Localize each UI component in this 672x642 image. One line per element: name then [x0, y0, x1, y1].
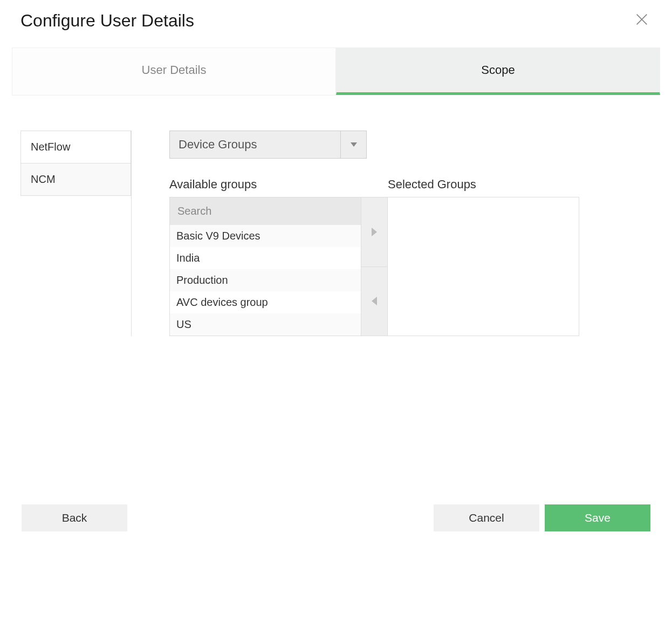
sidebar: NetFlow NCM — [20, 131, 132, 336]
move-left-button[interactable] — [361, 267, 387, 337]
footer: Back Cancel Save — [0, 504, 672, 531]
chevron-down-icon — [351, 142, 357, 147]
list-item[interactable]: US — [170, 313, 361, 336]
tab-user-details[interactable]: User Details — [12, 47, 336, 95]
move-right-button[interactable] — [361, 197, 387, 267]
dropdown-selected-label: Device Groups — [170, 131, 340, 158]
page-title: Configure User Details — [20, 11, 194, 31]
close-icon — [634, 12, 649, 27]
selected-groups-list — [387, 197, 579, 336]
dialog-header: Configure User Details — [0, 0, 672, 47]
chevron-left-icon — [372, 297, 377, 305]
footer-right: Cancel Save — [434, 504, 650, 531]
dual-list-labels: Available groups Selected Groups — [169, 177, 652, 192]
content-area: NetFlow NCM Device Groups Available grou… — [0, 95, 672, 336]
group-type-dropdown[interactable]: Device Groups — [169, 131, 367, 159]
search-box — [170, 197, 361, 225]
selected-groups-label: Selected Groups — [388, 177, 476, 192]
chevron-right-icon — [372, 228, 377, 236]
sidebar-item-label: NCM — [31, 173, 56, 185]
cancel-button[interactable]: Cancel — [434, 504, 539, 531]
list-item[interactable]: Production — [170, 269, 361, 291]
footer-left: Back — [22, 504, 127, 531]
available-groups-label: Available groups — [169, 177, 388, 192]
tab-label: User Details — [142, 63, 207, 77]
list-item[interactable]: AVC devices group — [170, 291, 361, 313]
list-item[interactable]: India — [170, 247, 361, 269]
search-input[interactable] — [170, 197, 361, 225]
available-items: Basic V9 Devices India Production AVC de… — [170, 225, 361, 336]
tab-label: Scope — [481, 63, 515, 77]
main-panel: Device Groups Available groups Selected … — [132, 131, 652, 336]
sidebar-item-label: NetFlow — [31, 141, 70, 153]
available-groups-list: Basic V9 Devices India Production AVC de… — [169, 197, 361, 336]
back-button[interactable]: Back — [22, 504, 127, 531]
sidebar-item-ncm[interactable]: NCM — [20, 163, 131, 196]
dual-list: Basic V9 Devices India Production AVC de… — [169, 197, 652, 336]
transfer-arrows — [361, 197, 387, 336]
save-button[interactable]: Save — [545, 504, 650, 531]
tabs-container: User Details Scope — [12, 47, 660, 95]
close-button[interactable] — [632, 10, 652, 31]
list-item[interactable]: Basic V9 Devices — [170, 225, 361, 247]
tab-scope[interactable]: Scope — [336, 47, 660, 95]
dropdown-arrow — [340, 131, 366, 158]
sidebar-item-netflow[interactable]: NetFlow — [20, 131, 131, 163]
